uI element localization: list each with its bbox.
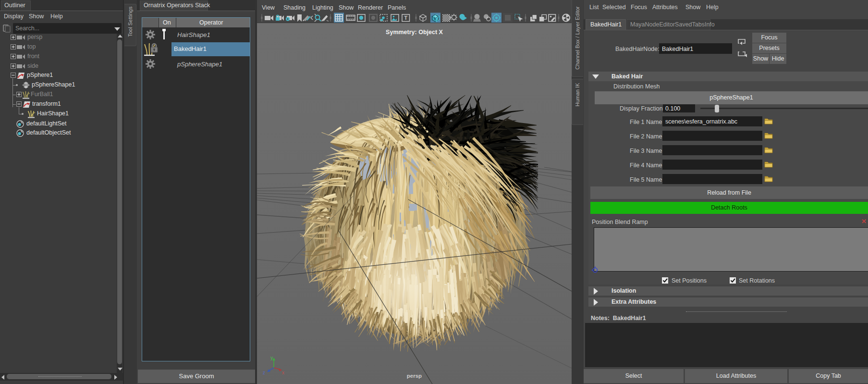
svg-text:T: T <box>404 15 407 21</box>
svg-text:y: y <box>270 355 273 360</box>
